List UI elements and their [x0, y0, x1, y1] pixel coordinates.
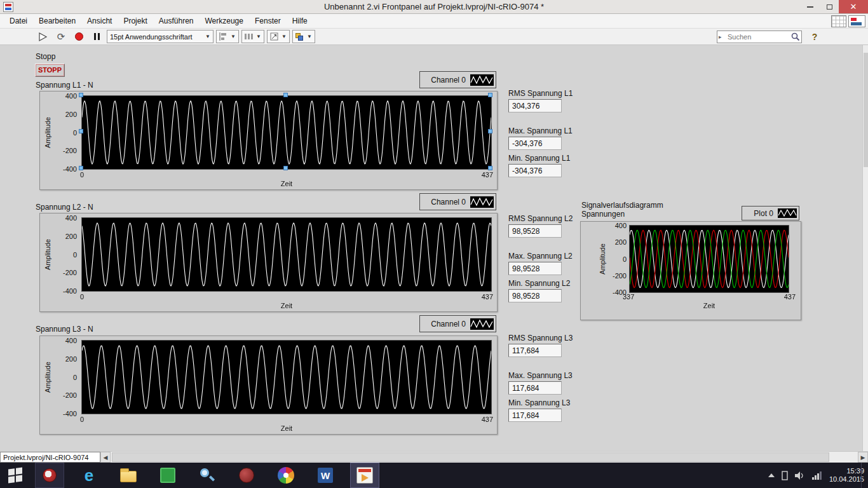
- waveform-legend-icon[interactable]: [470, 196, 494, 208]
- clock-time: 15:39: [829, 467, 864, 475]
- align-objects-dropdown[interactable]: ▼: [216, 30, 239, 43]
- run-continuously-button[interactable]: ⟳: [53, 30, 69, 43]
- taskbar-internet-explorer[interactable]: e: [74, 463, 104, 488]
- horizontal-scrollbar[interactable]: [111, 452, 858, 463]
- selection-handle[interactable]: [79, 93, 83, 97]
- chevron-down-icon: ▼: [281, 34, 287, 39]
- menu-ansicht[interactable]: Ansicht: [81, 14, 118, 28]
- context-help-button[interactable]: ?: [808, 32, 821, 42]
- labview-icon: [356, 467, 373, 484]
- selection-handle[interactable]: [488, 129, 492, 133]
- selection-handle[interactable]: [283, 93, 288, 97]
- selection-handle[interactable]: [488, 93, 492, 97]
- waveform-chart-l2[interactable]: Amplitude 4002000-200-400 0437 Zeit: [39, 213, 498, 312]
- taskbar-labview[interactable]: [350, 463, 379, 488]
- chart-l2-legend[interactable]: Channel 0: [419, 193, 496, 210]
- stop-button[interactable]: STOPP: [35, 64, 65, 77]
- taskbar-file-explorer[interactable]: [114, 463, 143, 488]
- scroll-right-button[interactable]: ▶: [858, 452, 868, 463]
- scroll-left-button[interactable]: ◀: [100, 452, 111, 463]
- taskbar-green-app[interactable]: [153, 463, 182, 488]
- waveform-legend-icon[interactable]: [778, 208, 797, 218]
- run-arrow-icon: [38, 32, 48, 42]
- connector-pane-icon[interactable]: [831, 15, 846, 27]
- taskbar-magnifier-app[interactable]: [193, 463, 222, 488]
- resize-objects-icon: [270, 32, 278, 41]
- readout-value[interactable]: 117,684: [508, 381, 562, 395]
- chart-l1-legend[interactable]: Channel 0: [419, 71, 496, 88]
- search-input[interactable]: [717, 30, 802, 43]
- close-button[interactable]: ✕: [839, 0, 868, 13]
- readout-value[interactable]: 98,9528: [508, 224, 562, 238]
- reorder-objects-dropdown[interactable]: ▼: [292, 30, 315, 43]
- horizontal-scrollbar-thumb[interactable]: [112, 452, 829, 462]
- waveform-chart-l1[interactable]: Amplitude 4002000-200-400 0437 Zeit: [39, 91, 498, 190]
- readout-value[interactable]: 117,684: [508, 409, 562, 422]
- search-icon[interactable]: [791, 32, 800, 44]
- readout-value[interactable]: 98,9528: [508, 289, 562, 302]
- menu-datei[interactable]: Datei: [4, 14, 33, 28]
- readout-value[interactable]: 117,684: [508, 344, 562, 357]
- readout-value[interactable]: -304,376: [508, 164, 562, 177]
- run-button[interactable]: [36, 30, 51, 43]
- selection-handle[interactable]: [488, 166, 492, 170]
- pause-button[interactable]: [89, 30, 104, 43]
- plot-area[interactable]: [82, 341, 491, 414]
- project-status-box[interactable]: Projekt.lvproj/NI-cRIO-9074: [0, 452, 100, 463]
- abort-button[interactable]: [71, 30, 86, 43]
- resize-objects-dropdown[interactable]: ▼: [267, 30, 290, 43]
- plot-area[interactable]: [82, 218, 491, 291]
- tray-network-icon[interactable]: [812, 471, 822, 480]
- menu-fenster[interactable]: Fenster: [249, 14, 287, 28]
- x-axis-ticks: 0437: [80, 293, 493, 301]
- waveform-legend-icon[interactable]: [470, 74, 494, 86]
- tray-speaker-icon[interactable]: [795, 471, 805, 480]
- menu-werkzeuge[interactable]: Werkzeuge: [199, 14, 248, 28]
- waveform-chart-l3[interactable]: Amplitude 4002000-200-400 0437 Zeit: [39, 336, 498, 435]
- selection-handle[interactable]: [79, 166, 83, 170]
- start-button[interactable]: [0, 463, 31, 488]
- menu-hilfe[interactable]: Hilfe: [287, 14, 313, 28]
- taskbar-clock[interactable]: 15:39 10.04.2015: [829, 467, 864, 484]
- window-controls: ✕: [801, 0, 868, 13]
- taskbar: e W 15:39 10.04.2015: [0, 463, 868, 488]
- selection-handle[interactable]: [79, 129, 83, 133]
- vi-icon[interactable]: [848, 15, 865, 27]
- restore-button[interactable]: [820, 0, 839, 13]
- signal-history-chart[interactable]: Amplitude 4002000-200-400 337437 Zeit: [580, 221, 801, 320]
- window-title: Unbenannt 2.vi Frontpanel auf Projekt.lv…: [0, 2, 868, 11]
- tray-device-icon[interactable]: [782, 471, 788, 480]
- menu-ausfuehren[interactable]: Ausführen: [153, 14, 200, 28]
- readout-value[interactable]: 98,9528: [508, 262, 562, 275]
- taskbar-app-window[interactable]: [35, 463, 64, 488]
- readout-value[interactable]: -304,376: [508, 137, 562, 150]
- taskbar-picasa[interactable]: [271, 463, 301, 488]
- reorder-icon: [295, 33, 303, 41]
- vertical-scrollbar[interactable]: [862, 45, 868, 451]
- plot-area[interactable]: [82, 96, 491, 169]
- readout-value[interactable]: 304,376: [508, 99, 562, 112]
- legend-label: Channel 0: [431, 320, 466, 329]
- chevron-down-icon: ▼: [205, 34, 210, 39]
- waveform-legend-icon[interactable]: [470, 318, 494, 330]
- distribute-objects-dropdown[interactable]: ▼: [241, 30, 264, 43]
- vertical-scrollbar-thumb[interactable]: [864, 53, 868, 167]
- minimize-button[interactable]: [801, 0, 820, 13]
- show-desktop-button[interactable]: [861, 463, 864, 488]
- picasa-icon: [278, 467, 294, 484]
- plot-area[interactable]: [630, 226, 789, 292]
- signal-chart-legend[interactable]: Plot 0: [742, 206, 799, 220]
- menu-bearbeiten[interactable]: Bearbeiten: [33, 14, 81, 28]
- selection-handle[interactable]: [283, 166, 288, 170]
- taskbar-word[interactable]: W: [311, 463, 340, 488]
- app-window-icon: [43, 468, 57, 482]
- readout-label: Min. Spannung L2: [508, 279, 572, 288]
- chart-l3-legend[interactable]: Channel 0: [419, 315, 496, 332]
- x-axis-ticks: 337437: [623, 293, 796, 301]
- tray-expand-icon[interactable]: [768, 473, 775, 477]
- distribute-objects-icon: [245, 32, 253, 41]
- taskbar-red-app[interactable]: [232, 463, 261, 488]
- font-selector-dropdown[interactable]: 15pt Anwendungsschriftart ▼: [107, 30, 214, 43]
- menu-projekt[interactable]: Projekt: [118, 14, 153, 28]
- signal-chart-title-line2: Spannungen: [581, 210, 625, 219]
